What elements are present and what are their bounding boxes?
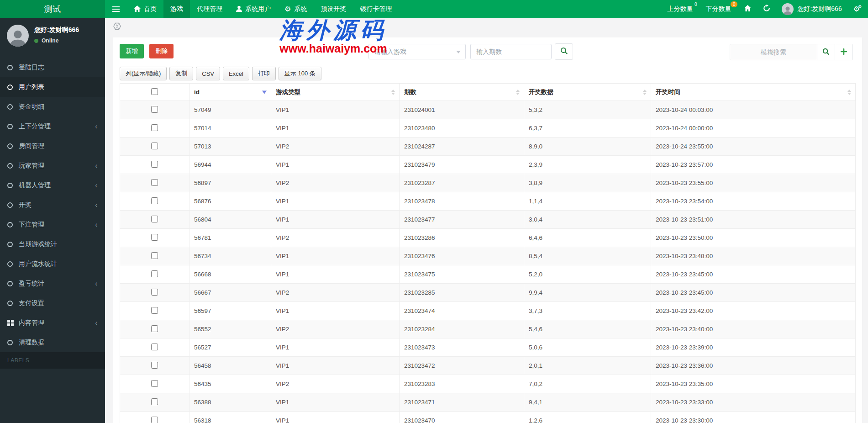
user-menu[interactable]: 您好:发财啊666 — [776, 0, 847, 18]
nav-item[interactable]: 银行卡管理 — [353, 0, 399, 18]
table-tool-button[interactable]: 复制 — [169, 67, 193, 80]
column-header-draw-time[interactable]: 开奖时间 — [651, 84, 856, 101]
row-checkbox[interactable] — [151, 289, 158, 296]
sidebar-item[interactable]: 资金明细 — [0, 97, 105, 116]
circle-icon — [7, 65, 13, 70]
row-checkbox[interactable] — [151, 270, 158, 277]
row-checkbox[interactable] — [151, 362, 158, 369]
sidebar-item[interactable]: 盈亏统计‹ — [0, 274, 105, 293]
delete-button[interactable]: 删除 — [149, 44, 174, 58]
nav-item[interactable]: 游戏 — [163, 0, 190, 18]
sidebar-item[interactable]: 当期游戏统计 — [0, 234, 105, 254]
row-checkbox[interactable] — [151, 344, 158, 350]
row-checkbox[interactable] — [151, 143, 158, 149]
column-label: 期数 — [404, 89, 416, 95]
row-checkbox[interactable] — [151, 106, 158, 113]
row-checkbox[interactable] — [151, 380, 158, 387]
table-row: 56318VIP12310234701,2,62023-10-23 23:30:… — [120, 412, 856, 423]
search-button[interactable] — [555, 43, 573, 60]
sidebar-item[interactable]: 内容管理‹ — [0, 313, 105, 333]
results-table: id游戏类型期数开奖数据开奖时间 57049VIP12310240015,3,2… — [120, 83, 856, 423]
add-button[interactable]: 新增 — [120, 44, 144, 58]
row-select-cell — [120, 156, 189, 174]
home-button[interactable] — [738, 0, 757, 18]
row-checkbox[interactable] — [151, 234, 158, 241]
row-select-cell — [120, 284, 189, 302]
cell-issue: 231023287 — [400, 174, 524, 192]
cell-result: 1,2,6 — [524, 412, 651, 423]
score-down-button[interactable]: 下分数量 0 — [700, 0, 738, 18]
table-row: 56527VIP12310234735,0,62023-10-23 23:39:… — [120, 338, 856, 357]
cell-issue: 231023470 — [400, 412, 524, 423]
sidebar-item-label: 机器人管理 — [19, 181, 51, 190]
sidebar-item[interactable]: 支付设置 — [0, 293, 105, 313]
row-checkbox[interactable] — [151, 325, 158, 332]
sidebar-item[interactable]: 下注管理‹ — [0, 215, 105, 234]
nav-item[interactable]: ⚙系统 — [278, 0, 314, 18]
grid-icon — [7, 320, 14, 326]
table-tool-button[interactable]: CSV — [196, 67, 220, 80]
settings-button[interactable]: ⚙ ⚙ — [847, 0, 868, 18]
sidebar-item-label: 下注管理 — [19, 221, 44, 229]
search-icon — [822, 48, 830, 57]
issue-input[interactable] — [470, 44, 552, 59]
cell-game-type: VIP1 — [271, 156, 400, 174]
row-checkbox[interactable] — [151, 307, 158, 314]
cogs-icon-small: ⚙ — [858, 5, 862, 9]
cell-id: 56435 — [189, 375, 271, 393]
cell-result: 6,4,6 — [524, 229, 651, 247]
row-checkbox[interactable] — [151, 124, 158, 131]
nav-item-label: 预设开奖 — [321, 5, 346, 13]
sidebar-item[interactable]: 房间管理 — [0, 136, 105, 156]
fuzzy-search-button[interactable] — [817, 44, 835, 60]
sidebar-toggle-button[interactable] — [105, 0, 127, 18]
online-status: Online — [34, 37, 79, 44]
sidebar-item[interactable]: 机器人管理‹ — [0, 175, 105, 195]
nav-item[interactable]: 系统用户 — [229, 0, 278, 18]
sidebar-item-label: 用户列表 — [19, 83, 44, 91]
row-checkbox[interactable] — [151, 398, 158, 405]
row-checkbox[interactable] — [151, 179, 158, 186]
sidebar-item[interactable]: 上下分管理‹ — [0, 116, 105, 136]
sort-icon — [643, 90, 647, 95]
column-header-result[interactable]: 开奖数据 — [524, 84, 651, 101]
sidebar-item-label: 玩家管理 — [19, 162, 44, 170]
column-header-game-type[interactable]: 游戏类型 — [271, 84, 400, 101]
table-tool-button[interactable]: 显示 100 条 — [279, 67, 321, 80]
row-checkbox[interactable] — [151, 252, 158, 259]
select-all-checkbox[interactable] — [151, 88, 158, 95]
sidebar-item[interactable]: 登陆日志 — [0, 58, 105, 77]
cell-game-type: VIP1 — [271, 412, 400, 423]
cell-result: 9,4,1 — [524, 393, 651, 412]
row-checkbox[interactable] — [151, 197, 158, 204]
row-checkbox[interactable] — [151, 417, 158, 423]
row-checkbox[interactable] — [151, 216, 158, 222]
nav-item[interactable]: 首页 — [127, 0, 163, 18]
column-header-id[interactable]: id — [189, 84, 271, 101]
table-tool-button[interactable]: Excel — [223, 67, 249, 80]
table-tool-button[interactable]: 列(显示/隐藏) — [120, 67, 167, 80]
cell-game-type: VIP1 — [271, 247, 400, 265]
sidebar-item[interactable]: 清理数据 — [0, 333, 105, 352]
table-row: 56804VIP12310234773,0,42023-10-23 23:51:… — [120, 211, 856, 229]
sidebar-item[interactable]: 用户流水统计 — [0, 254, 105, 274]
score-up-button[interactable]: 上分数量 0 — [662, 0, 700, 18]
cell-issue: 231023476 — [400, 247, 524, 265]
brand-title[interactable]: 测试 — [0, 0, 105, 18]
sidebar-item-label: 上下分管理 — [19, 122, 51, 131]
greeting-text: 您好:发财啊666 — [797, 5, 842, 13]
column-header-issue[interactable]: 期数 — [400, 84, 524, 101]
sidebar-item[interactable]: 用户列表 — [0, 77, 105, 97]
refresh-button[interactable] — [757, 0, 776, 18]
nav-item[interactable]: 预设开奖 — [314, 0, 353, 18]
fuzzy-search-input[interactable] — [730, 44, 817, 60]
sidebar-item[interactable]: 开奖‹ — [0, 195, 105, 215]
nav-item[interactable]: 代理管理 — [190, 0, 229, 18]
circle-icon — [7, 104, 13, 110]
sidebar-item[interactable]: 玩家管理‹ — [0, 156, 105, 175]
row-checkbox[interactable] — [151, 161, 158, 168]
add-row-button[interactable] — [835, 44, 852, 60]
table-tool-button[interactable]: 打印 — [252, 67, 276, 80]
row-select-cell — [120, 137, 189, 156]
game-select[interactable]: 请输入游戏 — [368, 44, 466, 59]
